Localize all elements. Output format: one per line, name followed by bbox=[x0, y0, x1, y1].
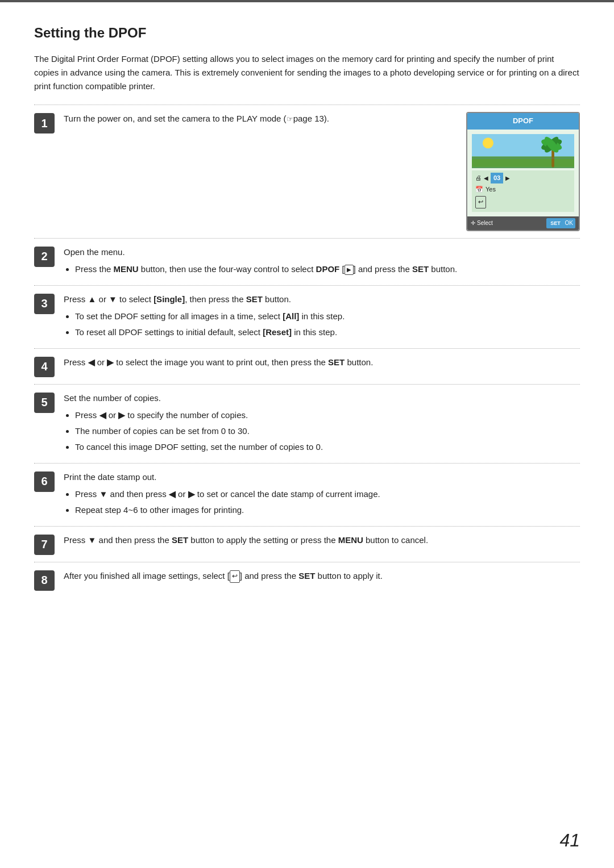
step-row: 7 Press ▼ and then press the SET button … bbox=[34, 526, 580, 562]
page-content: Setting the DPOF The Digital Print Order… bbox=[0, 2, 614, 632]
ok-label: SET OK bbox=[546, 218, 575, 228]
list-item: To cancel this image DPOF setting, set t… bbox=[75, 440, 580, 454]
left-arrow: ◀ bbox=[484, 174, 488, 183]
copies-icon: 🖨 bbox=[475, 173, 482, 183]
step-7-main: Press ▼ and then press the SET button to… bbox=[64, 533, 580, 547]
page-number: 41 bbox=[559, 830, 580, 851]
step-number-1: 1 bbox=[34, 113, 55, 133]
intro-text: The Digital Print Order Format (DPOF) se… bbox=[34, 52, 580, 93]
dpof-palm-image bbox=[472, 134, 574, 168]
step-2-content: Open the menu. Press the MENU button, th… bbox=[64, 245, 580, 278]
step-6-content: Print the date stamp out. Press ▼ and th… bbox=[64, 470, 580, 519]
step-row: 5 Set the number of copies. Press ◀ or ▶… bbox=[34, 384, 580, 463]
list-item: Press ◀ or ▶ to specify the number of co… bbox=[75, 408, 580, 422]
step-4-main: Press ◀ or ▶ to select the image you wan… bbox=[64, 356, 580, 369]
step-3-main: Press ▲ or ▼ to select [Single], then pr… bbox=[64, 293, 580, 306]
date-icon: 📅 bbox=[475, 185, 483, 195]
return-apply-icon: ↩ bbox=[230, 570, 240, 582]
list-item: Repeat step 4~6 to other images for prin… bbox=[75, 503, 580, 517]
dpof-screen-body: 🖨 ◀ 03 ▶ 📅 Yes bbox=[467, 130, 579, 216]
step-row: 8 After you finished all image settings,… bbox=[34, 562, 580, 598]
set-badge: SET bbox=[549, 219, 562, 228]
palm-svg bbox=[472, 134, 574, 168]
date-row: 📅 Yes bbox=[475, 185, 571, 195]
step-1-text: Turn the power on, and set the camera to… bbox=[64, 112, 455, 129]
step-number-6: 6 bbox=[34, 471, 55, 492]
list-item: Press the MENU button, then use the four… bbox=[75, 262, 580, 276]
right-arrow: ▶ bbox=[505, 174, 510, 183]
step-2-main: Open the menu. bbox=[64, 245, 580, 259]
step-1-content: Turn the power on, and set the camera to… bbox=[64, 112, 580, 231]
return-icon: ↩ bbox=[475, 196, 486, 208]
step-row: 6 Print the date stamp out. Press ▼ and … bbox=[34, 463, 580, 526]
steps-container: 1 Turn the power on, and set the camera … bbox=[34, 105, 580, 598]
svg-rect-8 bbox=[472, 157, 574, 158]
dpof-icon: ▶ bbox=[345, 265, 354, 275]
step-row: 4 Press ◀ or ▶ to select the image you w… bbox=[34, 348, 580, 384]
step-4-content: Press ◀ or ▶ to select the image you wan… bbox=[64, 356, 580, 373]
copies-count: 03 bbox=[491, 173, 503, 184]
step-5-content: Set the number of copies. Press ◀ or ▶ t… bbox=[64, 391, 580, 456]
step-row: 1 Turn the power on, and set the camera … bbox=[34, 105, 580, 238]
list-item: To reset all DPOF settings to initial de… bbox=[75, 326, 580, 339]
dpof-screen-title: DPOF bbox=[467, 113, 579, 130]
step-2-bullets: Press the MENU button, then use the four… bbox=[75, 262, 580, 276]
page-ref-icon: ☞ bbox=[287, 114, 293, 126]
step-number-8: 8 bbox=[34, 570, 55, 591]
return-row: ↩ bbox=[475, 196, 571, 208]
dpof-screen-footer: ✛ Select SET OK bbox=[467, 216, 579, 230]
step-5-bullets: Press ◀ or ▶ to specify the number of co… bbox=[75, 408, 580, 454]
yes-label: Yes bbox=[486, 185, 496, 195]
step-6-bullets: Press ▼ and then press ◀ or ▶ to set or … bbox=[75, 487, 580, 517]
step-6-main: Print the date stamp out. bbox=[64, 470, 580, 484]
dpof-screen: DPOF bbox=[466, 112, 580, 231]
dpof-screen-controls: 🖨 ◀ 03 ▶ 📅 Yes bbox=[472, 170, 574, 212]
list-item: Press ▼ and then press ◀ or ▶ to set or … bbox=[75, 487, 580, 501]
cross-icon: ✛ bbox=[471, 219, 475, 228]
step-number-4: 4 bbox=[34, 357, 55, 377]
step-1-image: DPOF bbox=[466, 112, 580, 231]
step-5-main: Set the number of copies. bbox=[64, 391, 580, 405]
select-label: ✛ Select bbox=[471, 219, 493, 228]
step-number-7: 7 bbox=[34, 535, 55, 555]
step-number-2: 2 bbox=[34, 247, 55, 267]
step-7-content: Press ▼ and then press the SET button to… bbox=[64, 533, 580, 550]
step-8-content: After you finished all image settings, s… bbox=[64, 569, 580, 586]
step-number-5: 5 bbox=[34, 393, 55, 413]
step-number-3: 3 bbox=[34, 294, 55, 314]
step-8-main: After you finished all image settings, s… bbox=[64, 569, 580, 583]
svg-point-2 bbox=[483, 137, 493, 148]
page-title: Setting the DPOF bbox=[34, 25, 580, 41]
copies-row: 🖨 ◀ 03 ▶ bbox=[475, 173, 571, 184]
list-item: The number of copies can be set from 0 t… bbox=[75, 424, 580, 438]
step-3-content: Press ▲ or ▼ to select [Single], then pr… bbox=[64, 293, 580, 341]
step-row: 2 Open the menu. Press the MENU button, … bbox=[34, 238, 580, 285]
step-3-bullets: To set the DPOF setting for all images i… bbox=[75, 310, 580, 339]
step-row: 3 Press ▲ or ▼ to select [Single], then … bbox=[34, 285, 580, 348]
list-item: To set the DPOF setting for all images i… bbox=[75, 310, 580, 323]
